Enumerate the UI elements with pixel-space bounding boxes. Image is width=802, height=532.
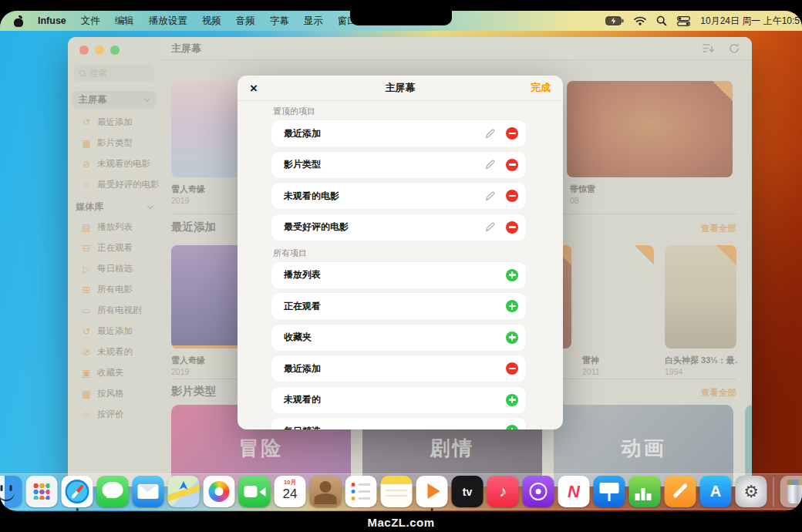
traffic-lights [68,37,160,55]
dock-calendar-icon[interactable]: 10月 24 [275,476,306,507]
sidebar-item-all-tv-shows[interactable]: ▭所有电视剧 [68,300,160,321]
dock-trash-icon[interactable] [780,476,802,507]
sidebar-item-favorites[interactable]: ▣收藏夹 [68,362,160,383]
battery-icon[interactable] [605,16,624,25]
wifi-icon[interactable] [634,16,646,25]
dock-pages-icon[interactable] [665,476,696,507]
window-title-bar: 主屏幕 [160,37,752,60]
sidebar-item-top-rated-movies[interactable]: ☆最受好评的电影 [68,174,160,195]
dock-contacts-icon[interactable] [310,476,342,507]
menu-playback[interactable]: 播放设置 [149,15,187,28]
add-button[interactable] [506,394,518,406]
sidebar-item-unwatched[interactable]: ⊘未观看的 [68,342,160,362]
dock-reminders-icon[interactable] [345,476,377,507]
sidebar-item-all-movies[interactable]: ⊞所有电影 [68,279,160,300]
minimize-window-button[interactable] [95,45,104,55]
calendar-day: 24 [275,487,306,502]
dock-divider [773,477,774,507]
add-button[interactable] [506,300,518,312]
sidebar-item-playlists[interactable]: ▤播放列表 [68,217,160,237]
dock-launchpad-icon[interactable] [26,476,58,507]
remove-button[interactable] [506,190,518,202]
sidebar-item-by-rating[interactable]: ☆按评价 [68,404,160,425]
featured-title: 带惊雷 [570,184,595,195]
menu-edit[interactable]: 编辑 [115,15,134,28]
menu-audio[interactable]: 音频 [236,15,255,28]
pinned-row: 影片类型 [271,152,526,178]
refresh-icon[interactable] [729,43,740,54]
close-window-button[interactable] [79,45,89,55]
menu-display[interactable]: 显示 [304,15,323,28]
remove-button[interactable] [506,362,518,375]
poster-year: 2011 [582,367,600,376]
see-all-link[interactable]: 查看全部 [701,387,736,399]
sort-icon[interactable] [703,43,715,53]
edit-pencil-icon[interactable] [484,159,496,170]
remove-button[interactable] [506,221,518,234]
see-all-link[interactable]: 查看全部 [701,223,736,234]
done-button[interactable]: 完成 [531,81,551,95]
dock-maps-icon[interactable] [168,476,200,507]
sidebar-section-library[interactable]: 媒体库 [68,197,160,217]
dock-system-settings-icon[interactable]: ⚙ [736,476,767,507]
modal-body: 置顶的项目 最近添加 影片类型 未观看的电影 最受好评的电影 [238,106,563,429]
spotlight-search-icon[interactable] [656,15,667,26]
dock-infuse-icon[interactable] [416,476,448,507]
dock-notes-icon[interactable] [381,476,413,507]
menu-bar-status: 10月24日 周一 上午10:5 [605,15,802,28]
dock-app-store-icon[interactable]: A [700,476,732,507]
dock-numbers-icon[interactable] [629,476,661,507]
dock-finder-icon[interactable] [0,476,22,507]
poster-title: 雷神 [582,355,599,366]
featured-year: 2019 [171,196,189,205]
search-input[interactable]: 搜索 [74,65,154,82]
menu-video[interactable]: 视频 [202,15,221,28]
rating-icon: ☆ [81,409,92,420]
dock-news-icon[interactable]: N [558,476,590,507]
zoom-window-button[interactable] [110,45,120,55]
dock-facetime-icon[interactable] [239,476,271,507]
sidebar-item-watching[interactable]: ⊟正在观看 [68,237,160,258]
search-placeholder: 搜索 [89,68,107,79]
apple-menu-icon[interactable] [14,15,23,27]
dock-music-icon[interactable]: ♪ [487,476,519,507]
add-button[interactable] [506,332,518,344]
sidebar-item-recently-added[interactable]: ↺最近添加 [68,112,160,133]
featured-poster-tropic-thunder[interactable] [567,81,733,177]
running-indicator [430,508,433,511]
poster-abominable[interactable] [171,245,243,348]
poster-naked-gun[interactable] [665,245,736,348]
menu-file[interactable]: 文件 [81,15,100,28]
remove-button[interactable] [506,127,518,140]
sidebar-item-unwatched-movies[interactable]: ⊘未观看的电影 [68,153,160,174]
remove-button[interactable] [506,159,518,171]
dock-messages-icon[interactable] [97,476,129,507]
dock-keynote-icon[interactable] [594,476,625,507]
dock-mail-icon[interactable] [133,476,164,507]
edit-pencil-icon[interactable] [484,128,496,140]
sidebar-item-home[interactable]: 主屏幕 [72,91,156,109]
control-center-icon[interactable] [677,16,690,26]
sidebar-item-genres[interactable]: ▦影片类型 [68,133,160,153]
menu-bar-clock[interactable]: 10月24日 周一 上午10:5 [700,15,800,28]
menu-app-name[interactable]: Infuse [38,15,66,26]
poster-thor[interactable] [582,245,654,348]
menu-subtitles[interactable]: 字幕 [270,15,289,28]
edit-pencil-icon[interactable] [484,190,496,202]
sidebar-item-daily-picks[interactable]: ▷每日精选 [68,258,160,279]
all-items-row: 最近添加 [271,355,526,382]
sidebar-item-by-genre[interactable]: ▦按风格 [68,383,160,404]
edit-pencil-icon[interactable] [484,221,496,233]
featured-title: 雪人奇缘 [171,184,205,195]
dock-photos-icon[interactable] [204,476,235,507]
sidebar-item-recently-added-2[interactable]: ↺最近添加 [68,321,160,342]
dock-podcasts-icon[interactable] [523,476,554,507]
add-button[interactable] [506,425,518,429]
dock-apple-tv-icon[interactable]: tv [452,476,484,507]
grid-icon: ▦ [81,138,92,149]
add-button[interactable] [506,269,518,281]
dock-safari-icon[interactable] [62,476,93,507]
desktop: Infuse 文件 编辑 播放设置 视频 音频 字幕 显示 窗口 帮助 10月2… [0,11,802,511]
sidebar: 搜索 主屏幕 ↺最近添加 ▦影片类型 ⊘未观看的电影 ☆最受好评的电影 媒体库 … [68,37,160,487]
all-items-row: 播放列表 [271,262,526,288]
